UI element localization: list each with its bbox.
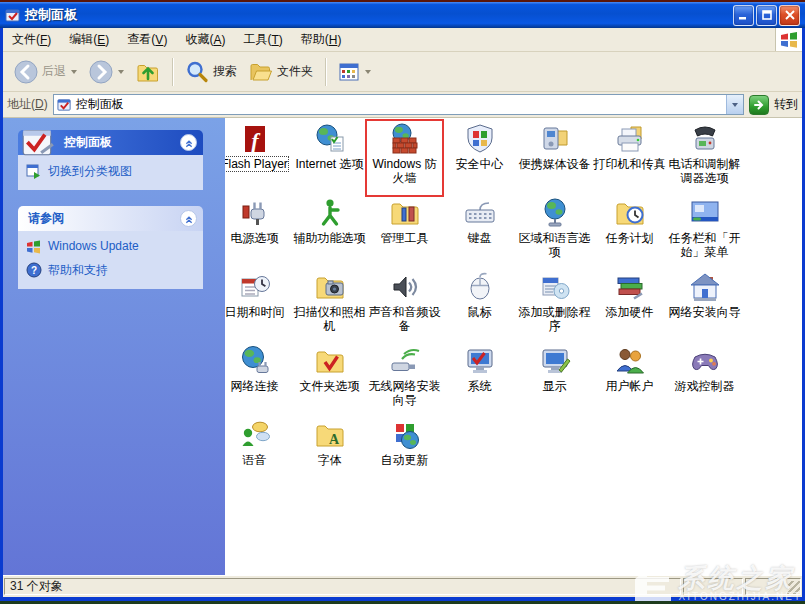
cpl-item-accessibility-options[interactable]: 辅助功能选项	[292, 195, 367, 269]
automatic-updates-icon	[389, 419, 421, 451]
cpl-item-label: 辅助功能选项	[294, 231, 366, 245]
menu-item-file[interactable]: 文件(F)	[3, 28, 60, 51]
speech-icon	[239, 419, 271, 451]
cpl-item-label: 声音和音频设备	[369, 305, 441, 333]
cpl-item-label: 文件夹选项	[300, 379, 360, 393]
cpl-item-add-remove-programs[interactable]: 添加或删除程序	[517, 269, 592, 343]
cpl-item-flash-player[interactable]: fFlash Player	[225, 121, 292, 195]
accessibility-options-icon	[314, 197, 346, 229]
cpl-item-network-setup-wizard[interactable]: 网络安装向导	[667, 269, 742, 343]
sidebar-item-label: 帮助和支持	[48, 262, 108, 279]
taskbar-start-menu-icon	[689, 197, 721, 229]
menu-item-help[interactable]: 帮助(H)	[292, 28, 351, 51]
sidebar-panel-control-panel: 控制面板切换到分类视图	[18, 130, 203, 190]
views-dropdown-icon	[365, 70, 371, 74]
sidebar-panel-title: 请参阅	[28, 210, 64, 227]
sidebar-item-label: Windows Update	[48, 239, 139, 253]
resize-grip[interactable]	[787, 581, 800, 594]
windows-update-icon	[26, 239, 42, 255]
cpl-item-label: 显示	[543, 379, 567, 393]
game-controllers-icon	[689, 345, 721, 377]
cpl-item-label: 电源选项	[231, 231, 279, 245]
cpl-item-label: 添加或删除程序	[519, 305, 591, 333]
phone-modem-options-icon	[689, 123, 721, 155]
search-button[interactable]: 搜索	[180, 57, 242, 87]
icon-area: fFlash PlayerInternet 选项Windows 防火墙安全中心便…	[225, 118, 802, 575]
cpl-item-label: Flash Player	[225, 157, 288, 171]
cpl-item-internet-options[interactable]: Internet 选项	[292, 121, 367, 195]
cpl-item-automatic-updates[interactable]: 自动更新	[367, 417, 442, 491]
cpl-item-printers-faxes[interactable]: 打印机和传真	[592, 121, 667, 195]
maximize-button[interactable]	[756, 5, 777, 26]
menu-item-favorites[interactable]: 收藏(A)	[176, 28, 234, 51]
administrative-tools-icon	[389, 197, 421, 229]
cpl-item-regional-language-options[interactable]: 区域和语言选项	[517, 195, 592, 269]
address-dropdown-button[interactable]	[726, 95, 743, 114]
go-button[interactable]	[749, 95, 769, 115]
toolbar-separator	[172, 58, 173, 86]
sidebar-item-switch-category-view[interactable]: 切换到分类视图	[26, 163, 197, 180]
chevron-up-icon[interactable]	[180, 210, 197, 227]
forward-icon	[89, 60, 113, 84]
control-panel-small-icon	[57, 97, 72, 112]
go-label: 转到	[774, 96, 798, 113]
address-label: 地址(D)	[7, 96, 48, 113]
window-title: 控制面板	[25, 6, 733, 24]
cpl-item-taskbar-start-menu[interactable]: 任务栏和「开始」菜单	[667, 195, 742, 269]
cpl-item-sounds-audio-devices[interactable]: 声音和音频设备	[367, 269, 442, 343]
sidebar-panel-header-see-also[interactable]: 请参阅	[18, 206, 203, 231]
cpl-item-folder-options[interactable]: 文件夹选项	[292, 343, 367, 417]
cpl-item-power-options[interactable]: 电源选项	[225, 195, 292, 269]
add-remove-programs-icon	[539, 271, 571, 303]
sidebar-item-windows-update[interactable]: Windows Update	[26, 239, 197, 255]
cpl-item-system[interactable]: 系统	[442, 343, 517, 417]
search-label: 搜索	[213, 63, 237, 80]
toolbar: 后退 搜索 文件夹	[3, 52, 802, 92]
sidebar-item-help-support[interactable]: ?帮助和支持	[26, 262, 197, 279]
regional-language-options-icon	[539, 197, 571, 229]
control-panel-window-icon	[5, 7, 21, 23]
status-bar: 31 个对象	[3, 575, 802, 597]
menu-item-edit[interactable]: 编辑(E)	[60, 28, 118, 51]
cpl-item-label: 网络连接	[231, 379, 279, 393]
cpl-item-scanners-cameras[interactable]: 扫描仪和照相机	[292, 269, 367, 343]
close-button[interactable]	[779, 5, 800, 26]
cpl-item-scheduled-tasks[interactable]: 任务计划	[592, 195, 667, 269]
forward-button[interactable]	[84, 57, 129, 87]
cpl-item-user-accounts[interactable]: 用户帐户	[592, 343, 667, 417]
cpl-item-phone-modem-options[interactable]: 电话和调制解调器选项	[667, 121, 742, 195]
fonts-icon: A	[314, 419, 346, 451]
cpl-item-display[interactable]: 显示	[517, 343, 592, 417]
menu-item-tools[interactable]: 工具(T)	[234, 28, 291, 51]
cpl-item-add-hardware[interactable]: 添加硬件	[592, 269, 667, 343]
cpl-item-label: 系统	[468, 379, 492, 393]
chevron-up-icon[interactable]	[180, 134, 197, 151]
folders-button[interactable]: 文件夹	[244, 57, 318, 87]
cpl-item-game-controllers[interactable]: 游戏控制器	[667, 343, 742, 417]
up-button[interactable]	[131, 57, 165, 87]
cpl-item-label: 游戏控制器	[675, 379, 735, 393]
folders-icon	[249, 60, 273, 84]
cpl-item-label: 任务计划	[606, 231, 654, 245]
back-button[interactable]: 后退	[9, 57, 82, 87]
menu-item-view[interactable]: 查看(V)	[118, 28, 176, 51]
cpl-item-network-connections[interactable]: 网络连接	[225, 343, 292, 417]
power-options-icon	[239, 197, 271, 229]
svg-text:A: A	[328, 432, 339, 447]
cpl-item-portable-media-devices[interactable]: 便携媒体设备	[517, 121, 592, 195]
cpl-item-windows-firewall[interactable]: Windows 防火墙	[367, 121, 442, 195]
cpl-item-wireless-network-wizard[interactable]: 无线网络安装向导	[367, 343, 442, 417]
cpl-item-keyboard[interactable]: 键盘	[442, 195, 517, 269]
views-button[interactable]	[333, 58, 376, 86]
address-input[interactable]: 控制面板	[53, 94, 744, 115]
cpl-item-speech[interactable]: 语音	[225, 417, 292, 491]
cpl-item-fonts[interactable]: A字体	[292, 417, 367, 491]
sidebar-panel-body: Windows Update?帮助和支持	[18, 231, 203, 289]
cpl-item-administrative-tools[interactable]: 管理工具	[367, 195, 442, 269]
display-icon	[539, 345, 571, 377]
minimize-button[interactable]	[733, 5, 754, 26]
cpl-item-mouse[interactable]: 鼠标	[442, 269, 517, 343]
cpl-item-date-time[interactable]: 日期和时间	[225, 269, 292, 343]
cpl-item-label: 区域和语言选项	[519, 231, 591, 259]
cpl-item-security-center[interactable]: 安全中心	[442, 121, 517, 195]
